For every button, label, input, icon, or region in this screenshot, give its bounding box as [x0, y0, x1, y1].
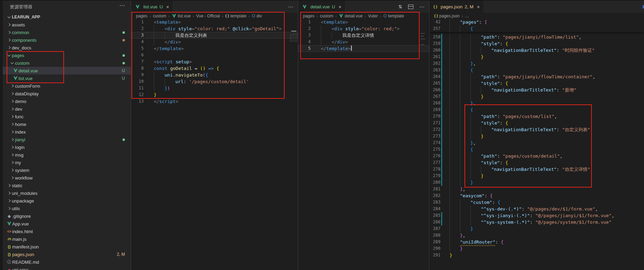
breadcrumb[interactable]: pages›custom›list.vue›Vue - Official›{ }… [131, 13, 298, 19]
indent-guide [17, 67, 17, 74]
code-editor-list-vue[interactable]: 1<template>2<div style="color: red;" @cl… [131, 19, 298, 105]
tree-item-label: .gitignore [12, 214, 131, 219]
breadcrumb[interactable]: pages›custom›detail.vue›Vuter›⬡template [298, 13, 429, 19]
minimap-line-mark [421, 44, 424, 45]
line-number: 268 [429, 100, 441, 106]
breadcrumb-item[interactable]: { }pages.json [434, 14, 460, 18]
tree-item-assets[interactable]: assets [3, 21, 131, 29]
breadcrumb-item[interactable]: detail.vue [339, 14, 363, 18]
sticky-scroll[interactable]: 42"pages": [257{ [429, 19, 644, 32]
code-line-7: 7<script setup> [131, 58, 298, 65]
tree-item-pages-json[interactable]: {}pages.json2, M [3, 251, 131, 258]
tree-item-main-js[interactable]: JSmain.js [3, 235, 131, 243]
code-editor-pages-json[interactable]: 42"pages": [257{ 258"path": "pages/jiany… [429, 19, 644, 259]
tree-item-label: login [15, 145, 131, 150]
tree-item-datadisplay[interactable]: dataDisplay [3, 90, 131, 97]
close-icon[interactable]: × [477, 4, 480, 10]
tree-item-label: static [12, 183, 131, 188]
tree-item-manifest-json[interactable]: {}manifest.json [3, 243, 131, 251]
tree-item-unpackage[interactable]: unpackage [3, 197, 131, 205]
code-line-259: 259"style": { [429, 40, 644, 47]
line-number: 282 [429, 192, 441, 199]
tree-item-utils[interactable]: utils [3, 205, 131, 212]
tree-item-func[interactable]: func [3, 113, 131, 120]
tree-item-login[interactable]: login [3, 143, 131, 151]
line-number: 259 [429, 40, 441, 47]
explorer-more-actions-icon[interactable]: ⋯ [119, 2, 125, 9]
tree-item-home[interactable]: home [3, 120, 131, 128]
code-line-272: 272"navigationBarTitleText": "自定义列表" [429, 126, 644, 133]
breadcrumb-item[interactable]: Vuter [368, 14, 378, 18]
tree-item-list-vue[interactable]: list.vueU [3, 74, 131, 82]
tree-item-workflow[interactable]: workflow [3, 174, 131, 182]
tree-item-components[interactable]: components [3, 36, 131, 44]
code-line-276: 276"path": "pages/custom/detail", [429, 153, 644, 159]
tree-item-label: uni.scss [12, 267, 131, 270]
tree-item-app-vue[interactable]: App.vue [3, 220, 131, 228]
file-tree[interactable]: assetscommoncomponentsdev_docspagescusto… [3, 21, 131, 270]
tree-item-pages[interactable]: pages [3, 51, 131, 59]
line-number: 265 [429, 80, 441, 87]
breadcrumb-item[interactable]: … [465, 14, 469, 18]
tree-item-dev[interactable]: dev [3, 105, 131, 113]
breadcrumb-item[interactable]: ⬡template [383, 14, 404, 18]
breadcrumb[interactable]: { }pages.json›… [429, 13, 644, 19]
tree-item-demo[interactable]: demo [3, 97, 131, 105]
breadcrumb-item[interactable]: custom [320, 14, 333, 18]
tab-pages-json[interactable]: { } pages.json 2, M × [429, 1, 483, 13]
tree-item-msg[interactable]: msg [3, 151, 131, 159]
tree-item-system[interactable]: system [3, 166, 131, 174]
line-number: 291 [429, 252, 441, 259]
tree-item-dev-docs[interactable]: dev_docs [3, 44, 131, 51]
tree-item-label: home [15, 122, 131, 127]
breadcrumb-separator: › [168, 14, 170, 18]
tree-item-common[interactable]: common [3, 29, 131, 36]
tree-item-label: dev [15, 106, 131, 112]
chevron-right-icon [9, 85, 15, 87]
vue-icon [6, 222, 12, 226]
breadcrumb-item[interactable]: ⬡div [252, 14, 262, 18]
split-editor-icon[interactable] [408, 5, 413, 9]
git-untracked-dot [122, 61, 131, 65]
tree-item-index[interactable]: index [3, 128, 131, 136]
chevron-right-icon [9, 131, 15, 133]
close-icon[interactable]: × [166, 4, 169, 10]
tree-item-index-html[interactable]: <>index.html [3, 228, 131, 235]
code-line-262: 262}, [429, 60, 644, 67]
more-actions-icon[interactable]: ⋯ [419, 4, 425, 10]
tab-list-vue[interactable]: list.vue U × [131, 1, 173, 13]
tree-item-uni-scss[interactable]: ●uni.scss [3, 266, 131, 270]
tab-problems-badge: 2, M [464, 4, 473, 9]
breadcrumb-item[interactable]: pages [136, 14, 148, 18]
line-number: 266 [429, 87, 441, 93]
tree-item-label: system [15, 168, 131, 173]
sass-icon: ● [6, 268, 12, 270]
code-editor-detail-vue[interactable]: 1<template>2<div style="color: red;">3我是… [298, 19, 429, 52]
breadcrumb-item[interactable]: Vue - Official [196, 14, 220, 18]
more-actions-icon[interactable]: ⋯ [288, 4, 294, 10]
tree-item-jianyi[interactable]: jianyi [3, 136, 131, 143]
breadcrumb-item[interactable]: { }template [225, 14, 246, 18]
tree-item-readme-md[interactable]: ⓘREADME.md [3, 258, 131, 266]
breadcrumb-item[interactable]: pages [303, 14, 315, 18]
close-icon[interactable]: × [339, 4, 341, 10]
tree-item-static[interactable]: static [3, 182, 131, 189]
code-line-260: 260"navigationBarTitleText": "时间组件验证" [429, 47, 644, 54]
breadcrumb-item[interactable]: list.vue [172, 14, 191, 18]
code-line-264: 264"path": "pages/jianyi/flowTime/contai… [429, 73, 644, 80]
open-changes-icon[interactable]: ⇅ [398, 4, 402, 9]
tree-item--gitignore[interactable]: ◈.gitignore [3, 212, 131, 220]
tree-item-uni-modules[interactable]: uni_modules [3, 189, 131, 197]
tab-detail-vue[interactable]: detail.vue U × [298, 1, 345, 13]
breadcrumb-item[interactable]: custom [153, 14, 166, 18]
code-line-275: 275{ [429, 146, 644, 153]
line-number: 278 [429, 166, 441, 173]
tree-item-label: components [12, 38, 122, 43]
tree-item-custom[interactable]: custom [3, 59, 131, 67]
tree-item-detail-vue[interactable]: detail.vueU [3, 67, 131, 74]
tree-item-my[interactable]: my [3, 159, 131, 166]
problems-git-badge: 2, M [117, 252, 131, 257]
tree-item-customform[interactable]: customForm [3, 82, 131, 90]
tree-root-folder[interactable]: LEARUN_APP [3, 13, 131, 21]
breadcrumb-label: pages.json [439, 14, 460, 18]
